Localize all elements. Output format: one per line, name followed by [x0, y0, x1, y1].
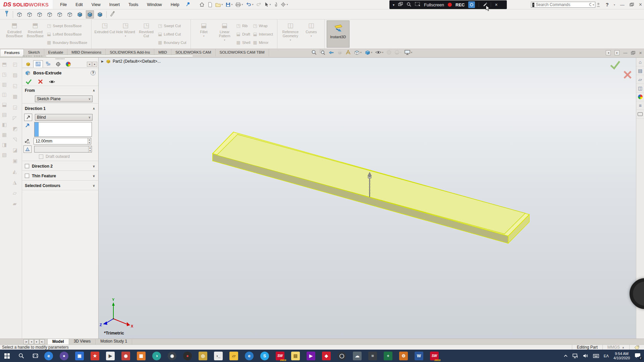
taskbar-app-notepad[interactable]: ≡: [368, 352, 377, 360]
taskbar-app-camera[interactable]: ◎: [199, 352, 207, 360]
tray-expand-icon[interactable]: [564, 354, 568, 357]
tab-dim-xpert[interactable]: [53, 60, 63, 68]
reverse-direction-button[interactable]: [24, 114, 32, 121]
doc-restore-button[interactable]: [631, 51, 635, 55]
tool-icon[interactable]: ⬓: [2, 102, 7, 107]
taskbar-app-notes[interactable]: ▤: [291, 352, 300, 360]
ribbon-small-button[interactable]: Mirror: [253, 39, 273, 46]
tool-icon[interactable]: ◩: [13, 126, 17, 131]
instant3d-button[interactable]: Instant3D: [327, 20, 350, 48]
tool-icon[interactable]: ◮: [13, 180, 17, 185]
taskbar-app-movies[interactable]: ▶: [307, 352, 315, 360]
tool-icon[interactable]: ◪: [13, 147, 17, 153]
options-gear-button[interactable]: ▾: [281, 2, 288, 7]
ribbon-small-button[interactable]: Wrap: [253, 22, 273, 29]
extrude-preview-model[interactable]: Y X Z: [99, 58, 636, 339]
menu-item[interactable]: Window: [147, 2, 162, 7]
attachment-icon[interactable]: [274, 2, 278, 7]
taskbar-app-word[interactable]: W: [415, 352, 423, 360]
pm-help-button[interactable]: ?: [91, 70, 96, 75]
tool-icon[interactable]: ▣: [13, 158, 17, 163]
taskbar-app-utility-red[interactable]: ★: [91, 352, 99, 360]
taskbar-app-green[interactable]: +: [384, 352, 392, 360]
ribbon-small-button[interactable]: Swept Cut: [158, 22, 186, 29]
units-selector[interactable]: MMGS▲: [603, 345, 629, 350]
tool-icon[interactable]: ◰: [13, 62, 17, 67]
ribbon-big-button[interactable]: ◳Hole Wizard▾: [115, 20, 136, 48]
confirm-ok-icon[interactable]: [610, 60, 621, 70]
taskbar-app-obs[interactable]: ◯: [337, 352, 346, 360]
help-button[interactable]: ?: [606, 2, 609, 7]
notification-center-icon[interactable]: 2: [635, 353, 641, 359]
design-library-icon[interactable]: ▤: [636, 66, 644, 75]
volume-icon[interactable]: [583, 354, 588, 358]
view-palette-icon[interactable]: ◫: [636, 84, 644, 93]
from-condition-select[interactable]: Sketch Plane∨: [35, 96, 93, 102]
ribbon-big-button[interactable]: ◳Revolved Cut: [136, 20, 157, 48]
task-view-button[interactable]: [28, 350, 42, 362]
direction1-section-header[interactable]: Direction 1∧: [22, 104, 98, 113]
start-button[interactable]: [0, 350, 14, 362]
taskbar-app-terminal[interactable]: ›_: [214, 352, 223, 360]
tabs-scroll-left[interactable]: ◂: [87, 62, 92, 67]
cancel-button[interactable]: [38, 79, 43, 84]
tab-display-manager[interactable]: [63, 60, 73, 68]
menu-item[interactable]: Edit: [75, 2, 83, 7]
tool-icon[interactable]: ◲: [13, 105, 17, 110]
network-icon[interactable]: [573, 354, 578, 358]
taskbar-app-edge[interactable]: e: [44, 352, 53, 360]
undo-button[interactable]: ▾: [246, 2, 253, 7]
section-view-icon[interactable]: [337, 50, 342, 55]
tool-icon[interactable]: ◸: [13, 115, 17, 120]
restore-button[interactable]: [630, 3, 634, 7]
tab-feature-tree[interactable]: [23, 60, 33, 68]
thin-feature-checkbox[interactable]: [25, 174, 29, 178]
search-button[interactable]: [14, 350, 28, 362]
view-dimetric-button[interactable]: [96, 11, 104, 18]
ribbon-small-button[interactable]: Boundary Boss/Base: [47, 39, 87, 46]
ribbon-big-button[interactable]: ◫Reference Geometry▾: [280, 20, 301, 48]
taskbar-app-compass[interactable]: ◑: [152, 352, 161, 360]
taskbar-app-grid[interactable]: ▦: [137, 352, 146, 360]
view-left-button[interactable]: [36, 11, 43, 18]
tool-icon[interactable]: ▰: [13, 201, 17, 206]
home-icon[interactable]: ⌂: [636, 58, 644, 66]
confirm-cancel-icon[interactable]: [623, 70, 632, 79]
tool-icon[interactable]: ⬒: [2, 62, 7, 67]
ok-button[interactable]: [25, 79, 32, 84]
feature-tree-splitter[interactable]: [23, 55, 193, 57]
doc-minimize-button[interactable]: —: [623, 51, 627, 55]
language-indicator[interactable]: EΛ: [604, 354, 609, 358]
tab-nav-button[interactable]: ▸: [34, 339, 39, 344]
ribbon-small-button[interactable]: Rib: [236, 22, 251, 29]
end-condition-select[interactable]: Blind∨: [35, 114, 93, 121]
file-explorer-icon[interactable]: ▱: [636, 75, 644, 84]
touch-keyboard-icon[interactable]: [593, 354, 599, 358]
taskbar-app-solidworks[interactable]: SW 2019: [276, 352, 284, 360]
taskbar-app-gears[interactable]: ⚙: [399, 352, 408, 360]
menu-item[interactable]: Tools: [128, 2, 138, 7]
tool-icon[interactable]: ▨: [13, 72, 17, 77]
taskbar-app-media[interactable]: ▶: [106, 352, 115, 360]
view-right-button[interactable]: [46, 11, 53, 18]
recorder-menu-caret[interactable]: ▾: [393, 3, 394, 7]
tool-icon[interactable]: ◱: [13, 83, 17, 88]
help-caret[interactable]: ▾: [614, 3, 615, 6]
thin-feature-section-header[interactable]: Thin Feature ∨: [22, 172, 98, 180]
view-settings-icon[interactable]: ▾: [405, 50, 412, 55]
view-top-button[interactable]: [56, 11, 63, 18]
tool-icon[interactable]: ◹: [13, 137, 17, 142]
minimize-button[interactable]: —: [620, 2, 625, 7]
ribbon-small-button[interactable]: Lofted Cut: [158, 31, 186, 38]
search-input[interactable]: [536, 2, 588, 7]
taskbar-app-skype[interactable]: S: [260, 352, 269, 360]
open-document-button[interactable]: ▾: [215, 2, 223, 7]
search-icon[interactable]: [589, 3, 591, 7]
depth-input[interactable]: [34, 139, 88, 143]
search-caret[interactable]: ▾: [593, 3, 594, 6]
tool-icon[interactable]: ▱: [13, 190, 17, 195]
draft-button[interactable]: [23, 145, 32, 153]
tabs-scroll-right[interactable]: ▸: [92, 62, 97, 67]
exit-sketch-icon[interactable]: [3, 10, 10, 18]
document-tab[interactable]: 3D Views: [69, 339, 96, 345]
